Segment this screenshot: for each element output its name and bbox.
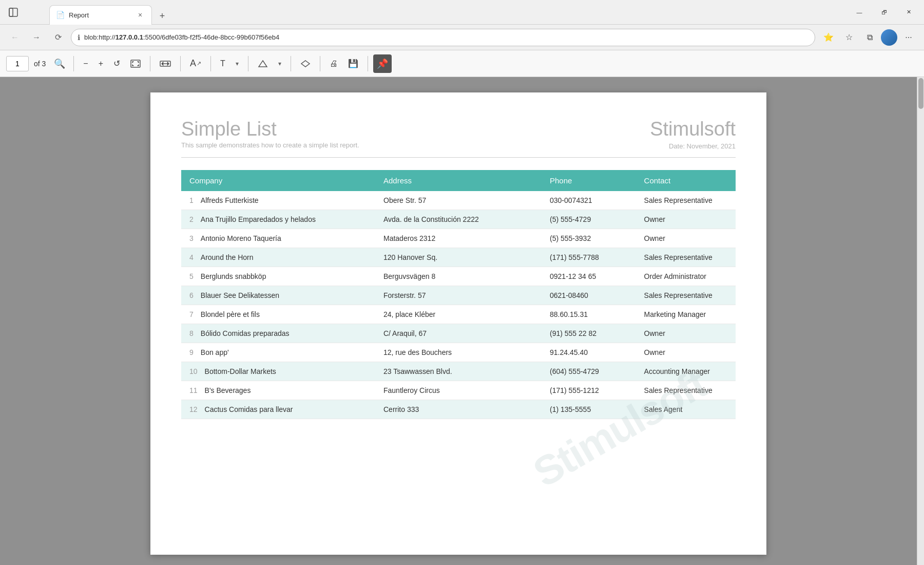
zoom-in-button[interactable]: + xyxy=(94,55,107,72)
erase-button[interactable] xyxy=(296,55,315,72)
row-address: Cerrito 333 xyxy=(375,400,542,419)
scrollbar[interactable] xyxy=(917,77,924,565)
window-controls: — 🗗 ✕ xyxy=(848,4,920,21)
draw-dropdown[interactable]: ▾ xyxy=(232,55,243,72)
svg-marker-5 xyxy=(301,61,310,67)
svg-rect-2 xyxy=(131,60,140,67)
row-phone: (5) 555-4729 xyxy=(542,210,636,229)
table-row: 1Alfreds FutterkisteObere Str. 57030-007… xyxy=(181,191,736,210)
row-address: C/ Araquil, 67 xyxy=(375,324,542,343)
favorites-btn[interactable]: ☆ xyxy=(840,28,858,47)
pin-button[interactable]: 📌 xyxy=(373,54,392,73)
report-title: Simple List xyxy=(181,118,359,140)
row-number: 8Bólido Comidas preparadas xyxy=(181,324,375,343)
tab-icon: 📄 xyxy=(56,11,65,19)
row-phone: 91.24.45.40 xyxy=(542,343,636,362)
report-brand: Stimulsoft xyxy=(650,118,736,140)
table-row: 11B's BeveragesFauntleroy Circus(171) 55… xyxy=(181,381,736,400)
row-contact: Accounting Manager xyxy=(636,362,736,381)
page-of-label: of 3 xyxy=(34,60,46,68)
highlight-button[interactable] xyxy=(254,55,272,72)
row-contact: Sales Representative xyxy=(636,248,736,267)
url-host: 127.0.0.1 xyxy=(116,33,143,41)
pdf-page: Simple List This sample demonstrates how… xyxy=(150,92,766,555)
row-number: 3Antonio Moreno Taquería xyxy=(181,229,375,248)
url-text: blob:http://127.0.0.1:5500/6dfe03fb-f2f5… xyxy=(84,33,808,41)
row-number: 4Around the Horn xyxy=(181,248,375,267)
row-number: 5Berglunds snabbköp xyxy=(181,267,375,286)
report-subtitle: This sample demonstrates how to create a… xyxy=(181,141,359,149)
report-header: Simple List This sample demonstrates how… xyxy=(181,118,736,150)
row-phone: (604) 555-4729 xyxy=(542,362,636,381)
sidebar-toggle-button[interactable] xyxy=(4,3,23,22)
row-address: 12, rue des Bouchers xyxy=(375,343,542,362)
svg-marker-4 xyxy=(259,61,267,67)
row-number: 9Bon app' xyxy=(181,343,375,362)
header-right: Stimulsoft Date: November, 2021 xyxy=(650,118,736,150)
new-tab-button[interactable]: + xyxy=(154,8,170,25)
profile-avatar[interactable] xyxy=(881,29,897,46)
minimize-button[interactable]: — xyxy=(848,4,871,21)
table-row: 6Blauer See DelikatessenForsterstr. 5706… xyxy=(181,286,736,305)
tab-close-button[interactable]: × xyxy=(135,10,145,20)
maximize-button[interactable]: 🗗 xyxy=(873,4,895,21)
row-number: 1Alfreds Futterkiste xyxy=(181,191,375,210)
highlight-dropdown[interactable]: ▾ xyxy=(274,55,285,72)
divider-5 xyxy=(248,56,248,71)
header-left: Simple List This sample demonstrates how… xyxy=(181,118,359,149)
url-prefix: blob:http:// xyxy=(84,33,116,41)
divider-2 xyxy=(150,56,150,71)
report-date: Date: November, 2021 xyxy=(650,142,736,150)
settings-btn[interactable]: ··· xyxy=(899,28,918,47)
browser-window: 📄 Report × + — 🗗 ✕ ← → ⟳ ℹ blob:http://1… xyxy=(0,0,924,565)
pdf-search-button[interactable]: 🔍 xyxy=(51,55,68,72)
row-contact: Owner xyxy=(636,229,736,248)
row-address: Berguvsvägen 8 xyxy=(375,267,542,286)
favorites-security-btn[interactable]: ⭐ xyxy=(819,28,838,47)
table-row: 4Around the Horn120 Hanover Sq.(171) 555… xyxy=(181,248,736,267)
row-phone: 0621-08460 xyxy=(542,286,636,305)
table-row: 12Cactus Comidas para llevarCerrito 333(… xyxy=(181,400,736,419)
fit-page-button[interactable] xyxy=(126,55,145,72)
row-number: 6Blauer See Delikatessen xyxy=(181,286,375,305)
row-address: Fauntleroy Circus xyxy=(375,381,542,400)
row-contact: Sales Representative xyxy=(636,191,736,210)
fit-width-button[interactable] xyxy=(156,55,175,72)
page-number-input[interactable] xyxy=(6,56,29,71)
close-button[interactable]: ✕ xyxy=(897,4,920,21)
url-suffix: :5500/6dfe03fb-f2f5-46de-8bcc-99b607f56e… xyxy=(143,33,279,41)
zoom-out-button[interactable]: − xyxy=(79,55,92,72)
url-bar[interactable]: ℹ blob:http://127.0.0.1:5500/6dfe03fb-f2… xyxy=(71,29,815,46)
header-divider xyxy=(181,157,736,158)
col-header-address: Address xyxy=(375,170,542,191)
print-button[interactable]: 🖨 xyxy=(325,55,342,72)
row-number: 12Cactus Comidas para llevar xyxy=(181,400,375,419)
row-contact: Sales Representative xyxy=(636,286,736,305)
address-bar: ← → ⟳ ℹ blob:http://127.0.0.1:5500/6dfe0… xyxy=(0,25,924,50)
row-phone: (91) 555 22 82 xyxy=(542,324,636,343)
back-button[interactable]: ← xyxy=(6,29,24,46)
tab-title: Report xyxy=(69,11,131,19)
table-row: 10Bottom-Dollar Markets23 Tsawwassen Blv… xyxy=(181,362,736,381)
save-button[interactable]: 💾 xyxy=(344,55,362,72)
col-header-contact: Contact xyxy=(636,170,736,191)
row-contact: Marketing Manager xyxy=(636,305,736,324)
browser-toolbar-right: ⭐ ☆ ⧉ ··· xyxy=(819,28,918,47)
row-number: 11B's Beverages xyxy=(181,381,375,400)
rotate-button[interactable]: ↺ xyxy=(109,55,124,72)
table-row: 3Antonio Moreno TaqueríaMataderos 2312(5… xyxy=(181,229,736,248)
refresh-button[interactable]: ⟳ xyxy=(49,29,67,46)
text-select-button[interactable]: A ↗ xyxy=(186,55,205,72)
row-number: 2Ana Trujillo Emparedados y helados xyxy=(181,210,375,229)
row-address: Forsterstr. 57 xyxy=(375,286,542,305)
active-tab[interactable]: 📄 Report × xyxy=(49,5,152,25)
draw-button[interactable]: T xyxy=(216,55,229,72)
pdf-viewer[interactable]: Simple List This sample demonstrates how… xyxy=(0,77,917,565)
table-row: 9Bon app'12, rue des Bouchers91.24.45.40… xyxy=(181,343,736,362)
collections-btn[interactable]: ⧉ xyxy=(860,28,879,47)
row-phone: (5) 555-3932 xyxy=(542,229,636,248)
scrollbar-thumb[interactable] xyxy=(918,78,923,109)
browser-content: Simple List This sample demonstrates how… xyxy=(0,77,924,565)
forward-button[interactable]: → xyxy=(28,29,45,46)
divider-8 xyxy=(368,56,368,71)
